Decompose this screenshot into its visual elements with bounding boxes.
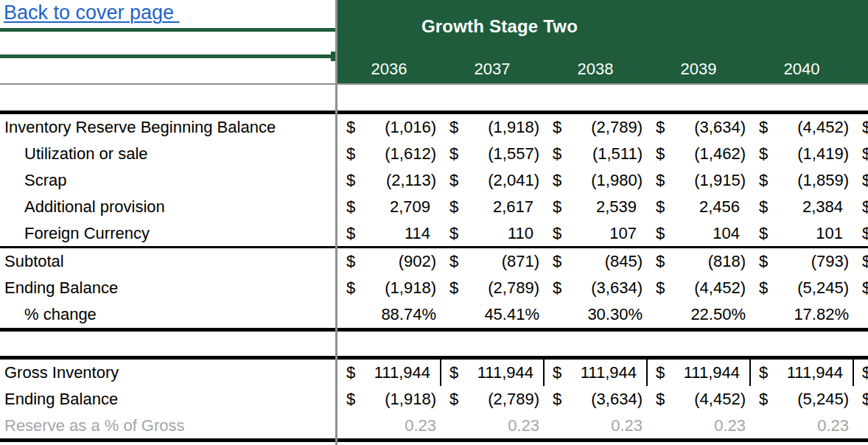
cell-2037[interactable]: $2,617 — [441, 194, 544, 220]
row-label[interactable]: Utilization or sale — [0, 144, 337, 164]
row-label[interactable]: Scrap — [0, 171, 337, 190]
cell-2039[interactable]: $111,944 — [647, 360, 750, 386]
year-header-2038[interactable]: 2038 — [544, 60, 647, 79]
dollar-sign: $ — [553, 278, 561, 298]
dollar-sign: $ — [346, 171, 355, 190]
cell-2036[interactable]: $(1,918) — [337, 386, 441, 413]
cell-2036[interactable]: $(1,016) — [337, 114, 441, 141]
cell-next-year-partial[interactable]: $ — [853, 386, 868, 413]
cell-2036[interactable]: $(2,113) — [337, 167, 441, 194]
cell-2038[interactable]: $2,539 — [544, 194, 647, 220]
dollar-sign: $ — [449, 252, 458, 271]
cell-2036[interactable]: 88.74% — [337, 301, 441, 328]
table-row-pct-change: % change 88.74% 45.41% 30.30% 22.50% 17.… — [0, 301, 868, 328]
cell-2038[interactable]: $(2,789) — [544, 114, 647, 141]
cell-2036[interactable]: $(1,918) — [337, 275, 441, 301]
dollar-sign: $ — [449, 118, 458, 137]
cell-2039[interactable]: $(4,452) — [647, 275, 750, 301]
cell-2037[interactable]: $111,944 — [441, 360, 544, 386]
cell-next-year-partial[interactable]: $ — [853, 275, 868, 301]
cell-2038[interactable]: $111,944 — [544, 360, 647, 386]
year-header-2040[interactable]: 2040 — [750, 60, 853, 79]
cell-2037[interactable]: $(1,918) — [441, 114, 544, 141]
cell-2039[interactable]: $2,456 — [647, 194, 750, 220]
cell-2037[interactable]: $(2,789) — [441, 275, 544, 301]
cell-2040[interactable]: $101 — [750, 220, 853, 247]
cell-2037[interactable]: $(871) — [441, 248, 544, 275]
row-label[interactable]: Inventory Reserve Beginning Balance — [0, 118, 337, 137]
cell-2038[interactable]: $(1,980) — [544, 167, 647, 194]
cell-2036[interactable]: 0.23 — [337, 413, 441, 439]
cell-2038[interactable]: $(1,511) — [544, 141, 647, 167]
cell-2040[interactable]: $(1,419) — [750, 141, 853, 167]
table-row-ending-balance: Ending Balance $(1,918) $(2,789) $(3,634… — [0, 275, 868, 301]
cell-2037[interactable]: 45.41% — [441, 301, 544, 328]
row-label[interactable]: Ending Balance — [0, 390, 337, 409]
cell-2037[interactable]: $(2,789) — [441, 386, 544, 413]
cell-2039[interactable]: $104 — [647, 220, 750, 247]
dollar-sign: $ — [553, 171, 561, 190]
table-border — [0, 328, 868, 332]
cell-2037[interactable]: $(2,041) — [441, 167, 544, 194]
back-to-cover-link[interactable]: Back to cover page — [4, 1, 180, 24]
cell-2037[interactable]: $110 — [441, 220, 544, 247]
cell-2040[interactable]: $111,944 — [750, 360, 853, 386]
row-label[interactable]: Ending Balance — [0, 278, 337, 298]
cell-2039[interactable]: $(4,452) — [647, 386, 750, 413]
cell-next-year-partial[interactable]: $ — [853, 114, 868, 141]
cell-2036[interactable]: $2,709 — [337, 194, 441, 220]
row-label[interactable]: Subtotal — [0, 252, 337, 271]
cell-2039[interactable]: 22.50% — [647, 301, 750, 328]
cell-2040[interactable]: $(1,859) — [750, 167, 853, 194]
cell-2039[interactable]: $(1,915) — [647, 167, 750, 194]
year-header-2039[interactable]: 2039 — [647, 60, 750, 79]
row-label[interactable]: Foreign Currency — [0, 224, 337, 243]
cell-2036[interactable]: $(1,612) — [337, 141, 441, 167]
year-header-2036[interactable]: 2036 — [337, 60, 441, 79]
cell-2040[interactable]: $(5,245) — [750, 386, 853, 413]
cell-2036[interactable]: $(902) — [337, 248, 441, 275]
cell-2040[interactable]: 17.82% — [750, 301, 853, 328]
cell-2036[interactable]: $114 — [337, 220, 441, 247]
table-row-ending-balance-summary: Ending Balance $(1,918) $(2,789) $(3,634… — [0, 386, 868, 413]
cell-2038[interactable]: 0.23 — [544, 413, 647, 439]
cell-2039[interactable]: $(1,462) — [647, 141, 750, 167]
cell-2038[interactable]: 30.30% — [544, 301, 647, 328]
cell-next-year-partial[interactable]: $ — [853, 141, 868, 167]
row-label[interactable]: % change — [0, 305, 337, 324]
cell-2040[interactable]: $2,384 — [750, 194, 853, 220]
dollar-sign: $ — [862, 278, 868, 298]
cell-2038[interactable]: $(845) — [544, 248, 647, 275]
cell-2040[interactable]: 0.23 — [750, 413, 853, 439]
spreadsheet-page: Back to cover page Growth Stage Two 2036… — [0, 0, 868, 445]
cell-2039[interactable]: $(3,634) — [647, 114, 750, 141]
row-label[interactable]: Reserve as a % of Gross — [0, 416, 337, 435]
section-title[interactable]: Growth Stage Two — [337, 16, 662, 37]
dollar-sign: $ — [656, 390, 665, 409]
cell-2039[interactable]: $(818) — [647, 248, 750, 275]
subtotal-border — [0, 246, 868, 248]
cell-2040[interactable]: $(5,245) — [750, 275, 853, 301]
cell-2039[interactable]: 0.23 — [647, 413, 750, 439]
cell-next-year-partial[interactable] — [853, 413, 868, 439]
row-label[interactable]: Additional provision — [0, 197, 337, 217]
cell-2036[interactable]: $111,944 — [337, 360, 441, 386]
cell-2040[interactable]: $(793) — [750, 248, 853, 275]
cell-next-year-partial[interactable]: $ — [853, 360, 868, 386]
cell-2037[interactable]: 0.23 — [441, 413, 544, 439]
cell-next-year-partial[interactable]: $ — [853, 194, 868, 220]
cell-2038[interactable]: $(3,634) — [544, 386, 647, 413]
cell-2037[interactable]: $(1,557) — [441, 141, 544, 167]
table-row-scrap: Scrap $(2,113) $(2,041) $(1,980) $(1,915… — [0, 167, 868, 194]
year-header-2037[interactable]: 2037 — [441, 60, 544, 79]
cell-next-year-partial[interactable]: $ — [853, 167, 868, 194]
row-label[interactable]: Gross Inventory — [0, 363, 337, 382]
cell-2038[interactable]: $107 — [544, 220, 647, 247]
cell-next-year-partial[interactable]: $ — [853, 220, 868, 247]
cell-2040[interactable]: $(4,452) — [750, 114, 853, 141]
cell-next-year-partial[interactable]: $ — [853, 248, 868, 275]
dollar-sign: $ — [346, 390, 355, 409]
cell-2038[interactable]: $(3,634) — [544, 275, 647, 301]
dollar-sign: $ — [656, 224, 665, 243]
cell-next-year-partial[interactable] — [853, 301, 868, 328]
